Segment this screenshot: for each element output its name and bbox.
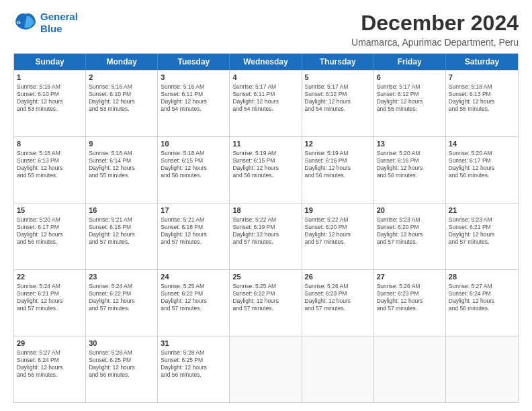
day-number: 18 xyxy=(232,205,298,216)
cal-cell: 24Sunrise: 5:25 AMSunset: 6:22 PMDayligh… xyxy=(158,270,230,336)
svg-text:G: G xyxy=(17,19,21,26)
day-number: 13 xyxy=(377,139,443,149)
cal-cell: 23Sunrise: 5:24 AMSunset: 6:22 PMDayligh… xyxy=(86,270,158,336)
cell-info: Sunrise: 5:19 AMSunset: 6:15 PMDaylight:… xyxy=(232,150,298,179)
cell-info: Sunrise: 5:18 AMSunset: 6:15 PMDaylight:… xyxy=(161,150,226,179)
cal-cell: 26Sunrise: 5:26 AMSunset: 6:23 PMDayligh… xyxy=(302,270,374,336)
day-number: 5 xyxy=(305,73,371,83)
day-number: 1 xyxy=(17,73,83,83)
cell-info: Sunrise: 5:25 AMSunset: 6:22 PMDaylight:… xyxy=(232,283,298,312)
day-number: 12 xyxy=(305,139,371,149)
cell-info: Sunrise: 5:23 AMSunset: 6:21 PMDaylight:… xyxy=(449,216,515,246)
cell-info: Sunrise: 5:16 AMSunset: 6:11 PMDaylight:… xyxy=(161,83,226,113)
day-number: 22 xyxy=(17,272,83,282)
header-day-friday: Friday xyxy=(374,54,446,70)
day-number: 30 xyxy=(89,338,154,349)
calendar: SundayMondayTuesdayWednesdayThursdayFrid… xyxy=(13,53,519,403)
week-row-3: 15Sunrise: 5:20 AMSunset: 6:17 PMDayligh… xyxy=(14,203,518,269)
cal-cell xyxy=(302,336,374,402)
calendar-body: 1Sunrise: 5:16 AMSunset: 6:10 PMDaylight… xyxy=(14,70,518,402)
logo-text: General Blue xyxy=(40,11,78,35)
cal-cell xyxy=(374,336,446,402)
day-number: 14 xyxy=(449,139,515,149)
cal-cell: 13Sunrise: 5:20 AMSunset: 6:16 PMDayligh… xyxy=(374,137,446,203)
day-number: 28 xyxy=(449,272,515,282)
day-number: 27 xyxy=(377,272,443,282)
day-number: 21 xyxy=(449,205,515,216)
calendar-header: SundayMondayTuesdayWednesdayThursdayFrid… xyxy=(14,54,518,70)
header-day-thursday: Thursday xyxy=(302,54,374,70)
cal-cell: 28Sunrise: 5:27 AMSunset: 6:24 PMDayligh… xyxy=(446,270,518,336)
subtitle: Umamarca, Apurimac Department, Peru xyxy=(351,37,519,48)
day-number: 2 xyxy=(89,73,154,83)
page: G General Blue December 2024 Umamarca, A… xyxy=(0,0,532,411)
cell-info: Sunrise: 5:26 AMSunset: 6:23 PMDaylight:… xyxy=(377,283,443,312)
cell-info: Sunrise: 5:24 AMSunset: 6:22 PMDaylight:… xyxy=(89,283,154,312)
day-number: 23 xyxy=(89,272,154,282)
cal-cell: 25Sunrise: 5:25 AMSunset: 6:22 PMDayligh… xyxy=(230,270,302,336)
day-number: 16 xyxy=(89,205,154,216)
day-number: 9 xyxy=(89,139,154,149)
day-number: 17 xyxy=(161,205,226,216)
day-number: 6 xyxy=(377,73,443,83)
cal-cell: 3Sunrise: 5:16 AMSunset: 6:11 PMDaylight… xyxy=(158,71,230,136)
cal-cell: 20Sunrise: 5:23 AMSunset: 6:20 PMDayligh… xyxy=(374,203,446,269)
cal-cell: 4Sunrise: 5:17 AMSunset: 6:11 PMDaylight… xyxy=(230,71,302,136)
cell-info: Sunrise: 5:16 AMSunset: 6:10 PMDaylight:… xyxy=(89,83,154,113)
cal-cell: 8Sunrise: 5:18 AMSunset: 6:13 PMDaylight… xyxy=(14,137,86,203)
cell-info: Sunrise: 5:20 AMSunset: 6:16 PMDaylight:… xyxy=(377,150,443,179)
cal-cell: 2Sunrise: 5:16 AMSunset: 6:10 PMDaylight… xyxy=(86,71,158,136)
cal-cell: 6Sunrise: 5:17 AMSunset: 6:12 PMDaylight… xyxy=(374,71,446,136)
cal-cell: 15Sunrise: 5:20 AMSunset: 6:17 PMDayligh… xyxy=(14,203,86,269)
day-number: 11 xyxy=(232,139,298,149)
cal-cell: 18Sunrise: 5:22 AMSunset: 6:19 PMDayligh… xyxy=(230,203,302,269)
day-number: 10 xyxy=(161,139,226,149)
week-row-5: 29Sunrise: 5:27 AMSunset: 6:24 PMDayligh… xyxy=(14,336,518,402)
cal-cell: 14Sunrise: 5:20 AMSunset: 6:17 PMDayligh… xyxy=(446,137,518,203)
cell-info: Sunrise: 5:25 AMSunset: 6:22 PMDaylight:… xyxy=(161,283,226,312)
day-number: 31 xyxy=(161,338,226,349)
header: G General Blue December 2024 Umamarca, A… xyxy=(13,11,519,48)
cell-info: Sunrise: 5:17 AMSunset: 6:12 PMDaylight:… xyxy=(377,83,443,113)
cell-info: Sunrise: 5:20 AMSunset: 6:17 PMDaylight:… xyxy=(17,216,83,246)
cal-cell: 19Sunrise: 5:22 AMSunset: 6:20 PMDayligh… xyxy=(302,203,374,269)
cell-info: Sunrise: 5:24 AMSunset: 6:21 PMDaylight:… xyxy=(17,283,83,312)
header-day-sunday: Sunday xyxy=(14,54,86,70)
cell-info: Sunrise: 5:17 AMSunset: 6:11 PMDaylight:… xyxy=(232,83,298,113)
cell-info: Sunrise: 5:26 AMSunset: 6:23 PMDaylight:… xyxy=(305,283,371,312)
main-title: December 2024 xyxy=(351,11,519,36)
week-row-2: 8Sunrise: 5:18 AMSunset: 6:13 PMDaylight… xyxy=(14,136,518,203)
cal-cell xyxy=(446,336,518,402)
cell-info: Sunrise: 5:23 AMSunset: 6:20 PMDaylight:… xyxy=(377,216,443,246)
cal-cell: 31Sunrise: 5:28 AMSunset: 6:25 PMDayligh… xyxy=(158,336,230,402)
day-number: 20 xyxy=(377,205,443,216)
day-number: 8 xyxy=(17,139,83,149)
cal-cell: 9Sunrise: 5:18 AMSunset: 6:14 PMDaylight… xyxy=(86,137,158,203)
cal-cell: 11Sunrise: 5:19 AMSunset: 6:15 PMDayligh… xyxy=(230,137,302,203)
cell-info: Sunrise: 5:16 AMSunset: 6:10 PMDaylight:… xyxy=(17,83,83,113)
cal-cell: 30Sunrise: 5:28 AMSunset: 6:25 PMDayligh… xyxy=(86,336,158,402)
title-block: December 2024 Umamarca, Apurimac Departm… xyxy=(351,11,519,48)
cell-info: Sunrise: 5:18 AMSunset: 6:13 PMDaylight:… xyxy=(449,83,515,113)
cell-info: Sunrise: 5:17 AMSunset: 6:12 PMDaylight:… xyxy=(305,83,371,113)
logo-icon: G xyxy=(13,11,38,35)
cell-info: Sunrise: 5:22 AMSunset: 6:19 PMDaylight:… xyxy=(232,216,298,246)
cell-info: Sunrise: 5:20 AMSunset: 6:17 PMDaylight:… xyxy=(449,150,515,179)
cell-info: Sunrise: 5:22 AMSunset: 6:20 PMDaylight:… xyxy=(305,216,371,246)
cal-cell: 17Sunrise: 5:21 AMSunset: 6:18 PMDayligh… xyxy=(158,203,230,269)
cell-info: Sunrise: 5:21 AMSunset: 6:18 PMDaylight:… xyxy=(89,216,154,246)
day-number: 4 xyxy=(232,73,298,83)
cal-cell: 1Sunrise: 5:16 AMSunset: 6:10 PMDaylight… xyxy=(14,71,86,136)
cal-cell: 10Sunrise: 5:18 AMSunset: 6:15 PMDayligh… xyxy=(158,137,230,203)
cal-cell: 27Sunrise: 5:26 AMSunset: 6:23 PMDayligh… xyxy=(374,270,446,336)
week-row-4: 22Sunrise: 5:24 AMSunset: 6:21 PMDayligh… xyxy=(14,269,518,336)
cell-info: Sunrise: 5:19 AMSunset: 6:16 PMDaylight:… xyxy=(305,150,371,179)
cell-info: Sunrise: 5:21 AMSunset: 6:18 PMDaylight:… xyxy=(161,216,226,246)
cal-cell: 16Sunrise: 5:21 AMSunset: 6:18 PMDayligh… xyxy=(86,203,158,269)
cal-cell: 21Sunrise: 5:23 AMSunset: 6:21 PMDayligh… xyxy=(446,203,518,269)
day-number: 7 xyxy=(449,73,515,83)
day-number: 24 xyxy=(161,272,226,282)
header-day-monday: Monday xyxy=(86,54,158,70)
cell-info: Sunrise: 5:28 AMSunset: 6:25 PMDaylight:… xyxy=(89,349,154,379)
logo: G General Blue xyxy=(13,11,78,35)
